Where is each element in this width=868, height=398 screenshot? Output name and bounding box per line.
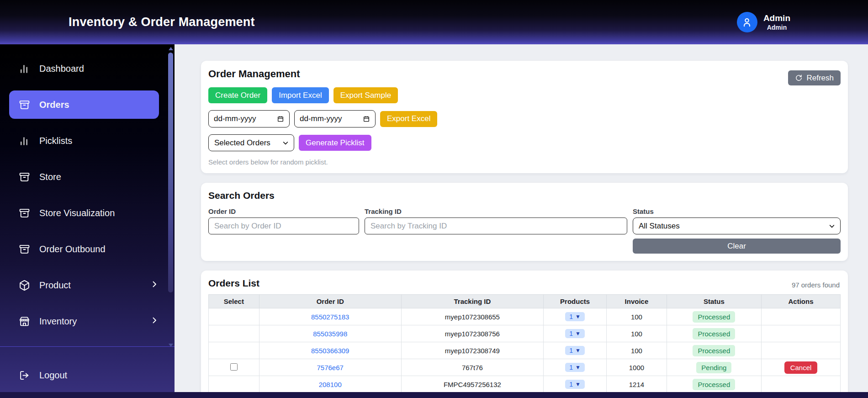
user-icon [741, 16, 753, 28]
orders-table: SelectOrder IDTracking IDProductsInvoice… [208, 294, 841, 393]
status-select[interactable]: All Statuses [633, 218, 841, 234]
table-row: 8550275183myep10723086551▼100Processed [209, 308, 841, 325]
sidebar-item-label: Inventory [39, 316, 141, 327]
status-cell: Processed [667, 376, 761, 393]
sidebar-divider [0, 346, 175, 347]
actions-cell: Cancel [762, 359, 841, 376]
sidebar-item-label: Store Visualization [39, 208, 159, 218]
products-dropdown-arrow-icon: ▼ [575, 347, 581, 354]
sidebar-item-orders[interactable]: Orders [9, 90, 159, 119]
archive-icon [18, 99, 30, 111]
refresh-button[interactable]: Refresh [788, 70, 841, 85]
clear-button[interactable]: Clear [633, 239, 841, 254]
calendar-icon [277, 115, 284, 122]
archive-icon [18, 171, 30, 183]
order-id-link[interactable]: 855035998 [313, 330, 347, 338]
order-management-card: Order Management Refresh Create Order Im… [201, 61, 848, 173]
search-orders-title: Search Orders [208, 190, 841, 201]
invoice-cell: 1000 [607, 359, 667, 376]
refresh-icon [795, 74, 803, 82]
products-dropdown[interactable]: 1▼ [565, 363, 585, 372]
products-dropdown[interactable]: 1▼ [565, 380, 585, 389]
order-id-link[interactable]: 8550366309 [311, 347, 349, 355]
sidebar-item-label: Order Outbound [39, 244, 159, 255]
sidebar-item-dashboard[interactable]: Dashboard [0, 54, 159, 83]
status-cell: Processed [667, 308, 761, 325]
order-id-cell: 208100 [259, 376, 401, 393]
status-badge: Processed [693, 345, 735, 356]
search-orders-card: Search Orders Order ID Tracking ID Statu… [201, 183, 848, 261]
invoice-cell: 1214 [607, 376, 667, 393]
sidebar-item-label: Logout [39, 370, 159, 381]
scroll-down-arrow-icon[interactable] [169, 344, 173, 347]
picklist-hint: Select orders below for random picklist. [208, 158, 841, 166]
order-id-field-group: Order ID [208, 207, 359, 254]
sidebar-item-store-visualization[interactable]: Store Visualization [0, 199, 159, 227]
products-dropdown[interactable]: 1▼ [565, 329, 585, 338]
status-badge: Processed [693, 311, 735, 323]
scrollbar-thumb[interactable] [168, 53, 173, 292]
table-row: 855035998myep10723087561▼100Processed [209, 325, 841, 342]
create-order-button[interactable]: Create Order [208, 87, 267, 103]
user-role: Admin [767, 24, 787, 31]
products-dropdown[interactable]: 1▼ [565, 346, 585, 355]
products-dropdown-arrow-icon: ▼ [575, 330, 581, 337]
order-id-link[interactable]: 208100 [319, 381, 342, 388]
date-to-input[interactable]: dd-mm-yyyy [294, 110, 376, 127]
column-header-actions: Actions [762, 295, 841, 308]
user-name: Admin [763, 13, 790, 24]
sidebar-item-inventory[interactable]: Inventory [0, 307, 159, 335]
status-badge: Processed [693, 379, 735, 390]
sidebar-item-picklists[interactable]: Picklists [0, 127, 159, 155]
store-icon [18, 315, 30, 327]
column-header-invoice: Invoice [607, 295, 667, 308]
tracking-id-cell: myep1072308655 [401, 308, 543, 325]
column-header-tracking-id: Tracking ID [401, 295, 543, 308]
sidebar-item-label: Product [39, 280, 141, 291]
sidebar-item-label: Orders [39, 100, 159, 110]
sidebar-item-order-outbound[interactable]: Order Outbound [0, 235, 159, 263]
column-header-select: Select [209, 295, 259, 308]
cancel-order-button[interactable]: Cancel [784, 361, 818, 374]
row-checkbox[interactable] [230, 363, 238, 371]
app-title: Inventory & Order Management [69, 15, 255, 29]
bar-chart-icon [18, 63, 30, 74]
import-excel-button[interactable]: Import Excel [272, 87, 328, 103]
sidebar-item-product[interactable]: Product [0, 271, 159, 299]
tracking-id-search-input[interactable] [365, 218, 627, 234]
picklist-mode-select[interactable]: Selected Orders [208, 134, 294, 151]
scroll-up-arrow-icon[interactable] [169, 47, 173, 50]
sidebar-item-label: Dashboard [39, 64, 159, 74]
sidebar-item-label: Store [39, 172, 159, 182]
status-cell: Processed [667, 325, 761, 342]
column-header-order-id: Order ID [259, 295, 401, 308]
generate-picklist-button[interactable]: Generate Picklist [299, 135, 371, 151]
tracking-id-cell: myep1072308756 [401, 325, 543, 342]
products-dropdown-arrow-icon: ▼ [575, 313, 581, 320]
order-id-cell: 8550275183 [259, 308, 401, 325]
tracking-id-cell: myep1072308749 [401, 342, 543, 359]
products-cell: 1▼ [543, 359, 606, 376]
order-id-search-input[interactable] [208, 218, 359, 234]
export-sample-button[interactable]: Export Sample [333, 87, 398, 103]
order-id-link[interactable]: 7576e67 [317, 364, 344, 371]
date-from-input[interactable]: dd-mm-yyyy [208, 110, 290, 127]
status-label: Status [633, 207, 841, 215]
sidebar-item-store[interactable]: Store [0, 163, 159, 191]
select-cell [209, 376, 259, 393]
sidebar-item-logout[interactable]: Logout [0, 361, 159, 389]
status-field-group: Status All Statuses Clear [633, 207, 841, 254]
order-id-link[interactable]: 8550275183 [311, 313, 349, 321]
tracking-id-label: Tracking ID [365, 207, 627, 215]
avatar[interactable] [737, 12, 757, 32]
invoice-cell: 100 [607, 325, 667, 342]
products-dropdown[interactable]: 1▼ [565, 312, 585, 321]
export-excel-button[interactable]: Export Excel [380, 111, 437, 127]
user-menu[interactable]: Admin Admin [737, 12, 790, 32]
column-header-status: Status [667, 295, 761, 308]
sidebar-scrollbar[interactable] [168, 47, 174, 348]
products-cell: 1▼ [543, 342, 606, 359]
archive-icon [18, 243, 30, 255]
tracking-id-field-group: Tracking ID [365, 207, 627, 254]
select-cell [209, 325, 259, 342]
